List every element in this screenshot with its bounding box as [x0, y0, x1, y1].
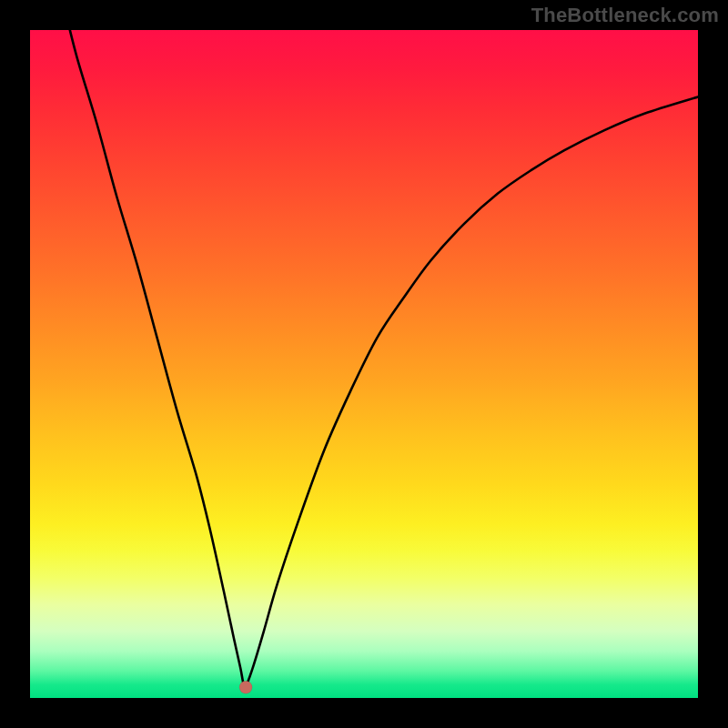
bottleneck-curve [64, 4, 698, 686]
chart-frame: TheBottleneck.com [0, 0, 728, 728]
chart-svg [30, 30, 698, 698]
watermark-text: TheBottleneck.com [531, 4, 719, 27]
marker-dot [239, 681, 252, 693]
plot-area [30, 30, 698, 698]
